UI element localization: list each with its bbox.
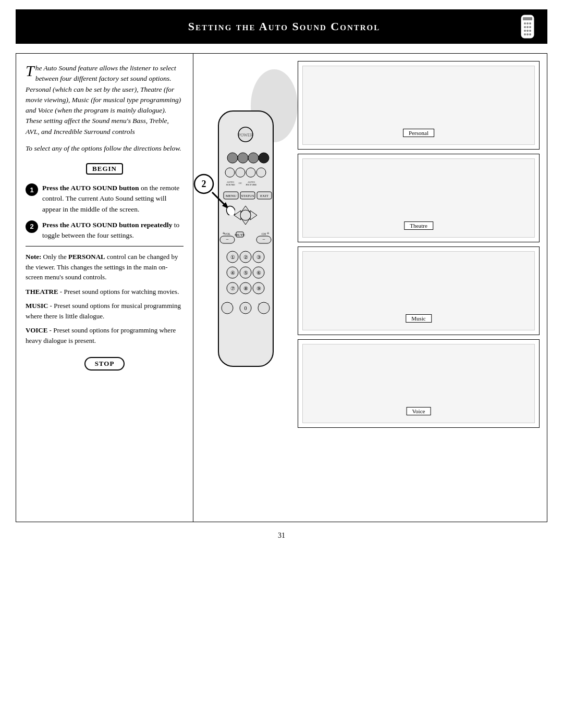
svg-point-20 — [259, 153, 269, 163]
screen-personal: Personal — [298, 61, 540, 150]
svg-point-2 — [524, 22, 526, 24]
svg-text:MUTE: MUTE — [235, 233, 245, 237]
remote-area: POWER AUTO SOUND CC AUTO PICTURE — [193, 54, 298, 522]
left-panel: The Auto Sound feature allows the listen… — [16, 54, 193, 522]
svg-text:②: ② — [243, 254, 248, 260]
music-screen-label: Music — [406, 314, 432, 323]
svg-point-13 — [527, 33, 529, 35]
svg-point-8 — [524, 33, 526, 35]
screen-inner-music: Music — [302, 251, 535, 330]
note-label: Note: — [26, 253, 41, 261]
svg-text:④: ④ — [230, 270, 235, 276]
theatre-screen-label: Theatre — [404, 221, 433, 230]
begin-section: BEGIN — [26, 159, 183, 179]
svg-text:⑤: ⑤ — [243, 270, 248, 276]
svg-text:⑨: ⑨ — [256, 286, 261, 291]
directions-text: To select any of the options follow the … — [26, 143, 183, 154]
svg-point-10 — [527, 22, 529, 24]
svg-point-71 — [222, 302, 233, 314]
remote-header-icon — [518, 15, 537, 39]
right-panel: POWER AUTO SOUND CC AUTO PICTURE — [193, 54, 547, 522]
svg-point-74 — [258, 302, 270, 314]
divider — [26, 246, 183, 246]
svg-text:0: 0 — [244, 305, 247, 311]
screen-music: Music — [298, 246, 540, 335]
music-label: MUSIC — [26, 302, 48, 310]
screen-inner-personal: Personal — [302, 66, 535, 145]
svg-text:STATUS: STATUS — [241, 194, 254, 198]
step-1-number: 1 — [26, 183, 38, 196]
step-1-text: Press the AUTO SOUND button on the remot… — [42, 183, 183, 215]
step-2-bold: Press the AUTO SOUND button repeatedly — [42, 221, 172, 229]
personal-screen-label: Personal — [403, 129, 434, 137]
page-header: Setting the Auto Sound Control — [16, 9, 547, 44]
screens-column: Personal Theatre Music Voice — [298, 54, 547, 522]
svg-text:①: ① — [230, 254, 235, 260]
svg-text:−: − — [262, 237, 265, 242]
svg-point-4 — [524, 26, 526, 28]
voice-screen-label: Voice — [407, 407, 431, 415]
svg-text:⑦: ⑦ — [230, 286, 235, 291]
step-2-text: Press the AUTO SOUND button repeatedly t… — [42, 220, 183, 241]
screen-voice: Voice — [298, 339, 540, 428]
svg-point-7 — [529, 30, 531, 32]
svg-point-9 — [529, 33, 531, 35]
svg-point-24 — [256, 168, 266, 177]
svg-text:EXIT: EXIT — [260, 194, 269, 198]
step2-arrow: 2 — [193, 174, 235, 217]
begin-badge: BEGIN — [86, 163, 123, 175]
arrow-hand-icon: 2 — [193, 174, 235, 215]
step-1: 1 Press the AUTO SOUND button on the rem… — [26, 183, 183, 215]
screen-theatre: Theatre — [298, 154, 540, 242]
personal-label: PERSONAL — [68, 253, 105, 261]
svg-point-11 — [527, 26, 529, 28]
svg-text:2: 2 — [202, 179, 206, 189]
step-2: 2 Press the AUTO SOUND button repeatedly… — [26, 220, 183, 241]
page-title: Setting the Auto Sound Control — [50, 20, 518, 33]
svg-text:+: + — [222, 230, 225, 236]
svg-point-12 — [527, 30, 529, 32]
page-number: 31 — [0, 532, 563, 540]
voice-label: VOICE — [26, 326, 47, 334]
svg-text:PICTURE: PICTURE — [246, 183, 256, 186]
note-voice: VOICE - Preset sound options for program… — [26, 325, 183, 346]
svg-text:−: − — [226, 237, 229, 242]
note-theatre: THEATRE - Preset sound options for watch… — [26, 287, 183, 297]
intro-text: The Auto Sound feature allows the listen… — [26, 63, 183, 137]
svg-point-40 — [240, 210, 251, 220]
svg-text:③: ③ — [256, 254, 261, 260]
svg-text:+: + — [266, 230, 270, 236]
screen-inner-theatre: Theatre — [302, 158, 535, 238]
theatre-label: THEATRE — [26, 288, 58, 295]
svg-text:⑧: ⑧ — [243, 286, 248, 291]
svg-point-23 — [246, 168, 255, 177]
screen-inner-voice: Voice — [302, 344, 535, 423]
svg-point-5 — [529, 26, 531, 28]
svg-rect-1 — [523, 17, 532, 20]
svg-text:CH: CH — [261, 232, 266, 236]
step-1-bold: Press the AUTO SOUND button — [42, 184, 139, 192]
svg-point-22 — [236, 168, 245, 177]
main-content: The Auto Sound feature allows the listen… — [16, 53, 547, 522]
remote-control: POWER AUTO SOUND CC AUTO PICTURE — [205, 106, 286, 377]
svg-point-17 — [227, 153, 238, 163]
note-music: MUSIC - Preset sound options for musical… — [26, 301, 183, 321]
note-personal: Note: Only the PERSONAL control can be c… — [26, 252, 183, 282]
svg-point-3 — [529, 22, 531, 24]
svg-text:POWER: POWER — [238, 133, 253, 138]
svg-point-6 — [524, 30, 526, 32]
svg-text:⑥: ⑥ — [256, 270, 261, 276]
svg-point-19 — [248, 153, 259, 163]
stop-badge: STOP — [84, 357, 125, 371]
step-2-number: 2 — [26, 220, 38, 233]
svg-text:CC: CC — [238, 182, 242, 184]
stop-section: STOP — [26, 352, 183, 371]
svg-point-18 — [238, 153, 248, 163]
drop-cap: T — [26, 63, 34, 79]
